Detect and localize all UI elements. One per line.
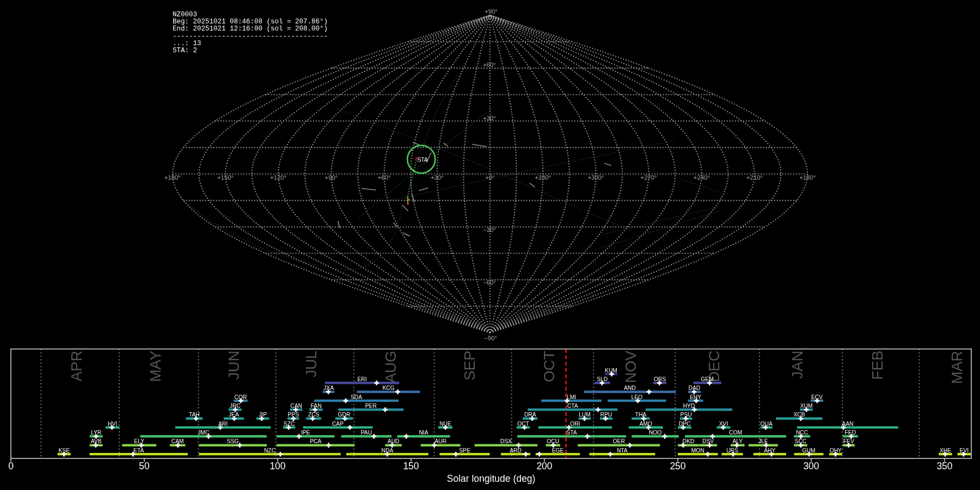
svg-text:150: 150: [403, 461, 419, 471]
svg-text:MAY: MAY: [147, 351, 164, 382]
svg-text:CQR: CQR: [234, 394, 247, 400]
svg-text:DAD: DAD: [689, 385, 701, 391]
svg-text:+60°: +60°: [483, 62, 496, 68]
svg-text:OHY: OHY: [830, 448, 842, 454]
svg-text:SCC: SCC: [795, 438, 807, 444]
svg-text:+330°: +330°: [535, 174, 551, 181]
svg-text:SEP: SEP: [461, 351, 478, 381]
svg-text:DRA: DRA: [524, 412, 536, 418]
svg-text:GUM: GUM: [803, 448, 816, 454]
svg-text:JEA: JEA: [229, 412, 239, 418]
svg-text:+0°: +0°: [485, 174, 494, 181]
svg-text:AMO: AMO: [639, 421, 652, 427]
svg-text:EVI: EVI: [959, 448, 969, 454]
svg-text:+240°: +240°: [694, 174, 710, 181]
svg-text:TAH: TAH: [189, 412, 200, 418]
svg-text:PPS: PPS: [287, 412, 299, 418]
svg-text:ELY: ELY: [134, 438, 144, 444]
svg-text:NTA: NTA: [617, 448, 628, 454]
svg-text:EGE: EGE: [552, 448, 564, 454]
svg-text:JRC: JRC: [230, 403, 241, 409]
svg-text:KCG: KCG: [382, 385, 394, 391]
svg-text:NUE: NUE: [439, 421, 451, 427]
svg-text:+30°: +30°: [431, 174, 444, 181]
svg-text:ARD: ARD: [510, 448, 522, 454]
svg-text:SDA: SDA: [351, 394, 362, 400]
svg-text:−60°: −60°: [483, 279, 496, 286]
svg-text:STA: 2: STA: 2: [173, 47, 197, 54]
svg-text:300: 300: [803, 461, 819, 471]
svg-text:...: 13: ...: 13: [173, 40, 201, 47]
svg-text:ZCS: ZCS: [308, 412, 320, 418]
svg-text:OCT: OCT: [541, 351, 558, 382]
svg-text:CAP: CAP: [332, 421, 344, 427]
svg-text:THA: THA: [635, 412, 647, 418]
svg-text:ERI: ERI: [358, 376, 367, 382]
svg-text:LMI: LMI: [567, 394, 576, 400]
svg-text:JXA: JXA: [323, 385, 334, 391]
svg-text:HYD: HYD: [683, 403, 695, 409]
svg-text:XCB: XCB: [793, 412, 805, 418]
svg-text:OCT: OCT: [517, 421, 529, 427]
svg-text:IPE: IPE: [301, 430, 310, 436]
svg-text:NDA: NDA: [382, 448, 394, 454]
svg-text:JUN: JUN: [225, 351, 242, 379]
svg-text:DKD: DKD: [683, 438, 695, 444]
svg-text:250: 250: [670, 461, 685, 471]
svg-text:200: 200: [536, 461, 552, 471]
svg-text:OCU: OCU: [547, 438, 559, 444]
svg-text:PAU: PAU: [361, 430, 372, 436]
svg-text:ARI: ARI: [218, 421, 228, 427]
svg-text:EHY: EHY: [690, 394, 701, 400]
svg-text:GEM: GEM: [701, 376, 713, 382]
svg-text:ALY: ALY: [732, 438, 743, 444]
svg-text:LUM: LUM: [579, 412, 591, 418]
svg-text:PER: PER: [365, 403, 377, 409]
svg-text:FEB: FEB: [869, 351, 886, 379]
svg-text:Beg: 20251021 08:46:08 (sol =: Beg: 20251021 08:46:08 (sol = 207.86°): [173, 18, 328, 26]
svg-text:AUG: AUG: [382, 351, 399, 383]
svg-text:ETA: ETA: [133, 448, 144, 454]
svg-text:COM: COM: [729, 430, 742, 436]
svg-text:+90°: +90°: [325, 174, 338, 181]
svg-text:HVI: HVI: [108, 421, 117, 427]
svg-text:PCA: PCA: [310, 438, 321, 444]
svg-text:+150°: +150°: [217, 174, 234, 181]
svg-text:NIA: NIA: [419, 430, 428, 436]
svg-text:−30°: −30°: [483, 226, 496, 233]
svg-text:+270°: +270°: [641, 174, 657, 181]
svg-text:AAN: AAN: [842, 421, 853, 427]
svg-text:ORS: ORS: [654, 376, 666, 382]
svg-text:XHE: XHE: [940, 448, 951, 454]
svg-text:FEV: FEV: [843, 438, 854, 444]
svg-text:ORI: ORI: [570, 421, 580, 427]
svg-text:0: 0: [8, 461, 14, 471]
svg-text:CAM: CAM: [171, 438, 184, 444]
svg-text:MAR: MAR: [948, 351, 965, 384]
svg-text:STA: STA: [566, 430, 577, 436]
svg-text:SZC: SZC: [284, 421, 295, 427]
svg-text:50: 50: [139, 461, 150, 471]
svg-text:ECV: ECV: [811, 394, 823, 400]
svg-text:KSE: KSE: [58, 448, 70, 454]
svg-text:XVI: XVI: [719, 421, 728, 427]
svg-text:JAN: JAN: [789, 351, 806, 379]
svg-text:SLD: SLD: [597, 376, 608, 382]
svg-text:AHY: AHY: [764, 448, 775, 454]
svg-text:350: 350: [936, 461, 952, 471]
svg-text:SSG: SSG: [227, 438, 239, 444]
svg-text:KUM: KUM: [605, 367, 617, 373]
svg-text:+180°: +180°: [164, 174, 181, 181]
svg-text:DSX: DSX: [500, 438, 512, 444]
svg-text:URS: URS: [726, 448, 738, 454]
svg-text:NCC: NCC: [796, 430, 808, 436]
svg-text:AUD: AUD: [388, 438, 400, 444]
svg-text:CTA: CTA: [567, 403, 578, 409]
svg-text:APR: APR: [68, 351, 85, 382]
svg-text:+120°: +120°: [270, 174, 286, 181]
svg-text:OER: OER: [613, 438, 625, 444]
svg-text:NOO: NOO: [649, 430, 661, 436]
svg-text:+30°: +30°: [483, 115, 496, 121]
svg-text:End: 20251021 12:16:00 (sol =: End: 20251021 12:16:00 (sol = 208.00°): [173, 25, 328, 33]
svg-text:100: 100: [270, 461, 285, 471]
